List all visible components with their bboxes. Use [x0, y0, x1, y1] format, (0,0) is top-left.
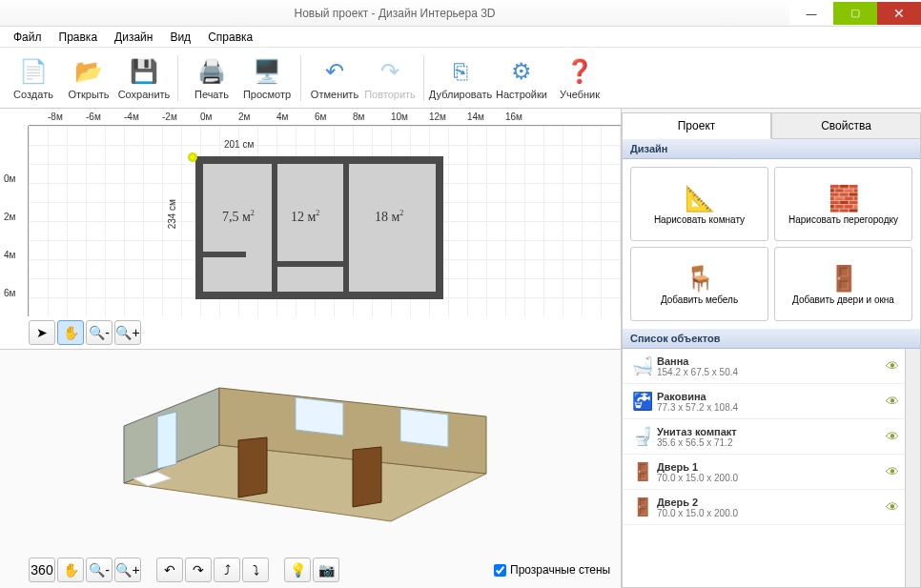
svg-marker-8	[400, 409, 448, 447]
window-title: Новый проект - Дизайн Интерьера 3D	[0, 7, 789, 20]
print-button[interactable]: 🖨️ Печать	[184, 50, 239, 107]
section-objects-header: Список объектов	[623, 329, 920, 349]
list-item[interactable]: 🚪 Дверь 2 70.0 x 15.0 x 200.0 👁	[623, 490, 905, 525]
redo-button[interactable]: ↷ Повторить	[362, 50, 418, 107]
dimension-height: 234 см	[167, 199, 177, 229]
plan3d-toolstrip: 360 ✋ 🔍- 🔍+ ↶ ↷ ⤴ ⤵ 💡 📷 Прозрачные стены	[29, 558, 610, 582]
window-controls: — ▢ ✕	[789, 2, 921, 25]
tilt-down[interactable]: ⤵	[242, 558, 269, 582]
menu-edit[interactable]: Правка	[51, 29, 106, 46]
objects-list[interactable]: 🛁 Ванна 154.2 x 67.5 x 50.4 👁 🚰 Раковина…	[623, 349, 905, 587]
list-item[interactable]: 🛁 Ванна 154.2 x 67.5 x 50.4 👁	[623, 349, 905, 384]
select-tool[interactable]: ➤	[29, 320, 55, 345]
visibility-toggle[interactable]: 👁	[886, 464, 899, 479]
redo-icon: ↷	[375, 56, 405, 87]
menu-help[interactable]: Справка	[200, 29, 260, 46]
maximize-button[interactable]: ▢	[833, 2, 877, 25]
armchair-icon: 🪑	[685, 262, 715, 294]
editor-area: -8м -6м -4м -2м 0м 2м 4м 6м 8м 10м 12м 1…	[0, 109, 622, 588]
toilet-icon: 🚽	[628, 423, 657, 450]
create-button[interactable]: 📄 Создать	[6, 50, 61, 107]
draw-partition-card[interactable]: 🧱 Нарисовать перегородку	[774, 167, 912, 241]
gear-icon: ⚙	[506, 56, 537, 87]
transparent-walls-input[interactable]	[494, 564, 506, 577]
rotate-right[interactable]: ↷	[185, 558, 212, 582]
toolbar-separator	[300, 55, 301, 101]
printer-icon: 🖨️	[196, 56, 227, 87]
tilt-up[interactable]: ⤴	[214, 558, 240, 582]
plan-2d-view[interactable]: -8м -6м -4м -2м 0м 2м 4м 6м 8м 10м 12м 1…	[0, 109, 621, 349]
visibility-toggle[interactable]: 👁	[886, 358, 899, 374]
menubar: Файл Правка Дизайн Вид Справка	[0, 27, 921, 48]
floorplan[interactable]: 7,5 м2 12 м2 18 м2 201 см 234 см	[195, 156, 443, 299]
draw-room-card[interactable]: 📐 Нарисовать комнату	[630, 167, 768, 241]
svg-marker-3	[238, 437, 267, 497]
add-furniture-card[interactable]: 🪑 Добавить мебель	[630, 247, 768, 321]
undo-icon: ↶	[319, 56, 350, 87]
undo-button[interactable]: ↶ Отменить	[307, 50, 362, 107]
add-doors-card[interactable]: 🚪 Добавить двери и окна	[774, 247, 912, 321]
main-area: -8м -6м -4м -2м 0м 2м 4м 6м 8м 10м 12м 1…	[0, 109, 921, 588]
duplicate-icon: ⎘	[445, 56, 476, 87]
settings-button[interactable]: ⚙ Настройки	[491, 50, 552, 107]
close-button[interactable]: ✕	[877, 2, 921, 25]
zoom-out-tool[interactable]: 🔍-	[86, 320, 113, 345]
isometric-render	[105, 369, 505, 540]
zoom-in-3d[interactable]: 🔍+	[114, 558, 141, 582]
camera-tool[interactable]: 📷	[313, 558, 339, 582]
folder-open-icon: 📂	[73, 56, 104, 87]
svg-marker-7	[296, 397, 343, 436]
zoom-in-tool[interactable]: 🔍+	[114, 320, 141, 345]
preview-button[interactable]: 🖥️ Просмотр	[239, 50, 295, 107]
list-item[interactable]: 🚽 Унитаз компакт 35.6 x 56.5 x 71.2 👁	[623, 419, 905, 455]
transparent-walls-checkbox[interactable]: Прозрачные стены	[494, 563, 610, 577]
visibility-toggle[interactable]: 👁	[886, 499, 899, 515]
ruler-vertical: 0м 2м 4м 6м	[0, 126, 29, 316]
open-button[interactable]: 📂 Открыть	[61, 50, 116, 107]
monitor-icon: 🖥️	[252, 56, 282, 87]
pencil-ruler-icon: 📐	[685, 182, 715, 214]
svg-marker-5	[157, 412, 176, 469]
tutorial-button[interactable]: ❓ Учебник	[552, 50, 607, 107]
visibility-toggle[interactable]: 👁	[886, 429, 899, 444]
zoom-in-icon: 🔍+	[115, 325, 139, 340]
orbit-tool[interactable]: 360	[29, 558, 55, 582]
minimize-button[interactable]: —	[789, 2, 833, 25]
toolbar-separator	[423, 55, 424, 101]
tab-properties[interactable]: Свойства	[771, 112, 921, 139]
tab-project[interactable]: Проект	[622, 112, 771, 139]
door-item-icon: 🚪	[628, 458, 657, 485]
zoom-out-3d[interactable]: 🔍-	[86, 558, 113, 582]
zoom-out-icon: 🔍-	[89, 325, 110, 340]
save-button[interactable]: 💾 Сохранить	[116, 50, 172, 107]
side-panel: Проект Свойства Дизайн 📐 Нарисовать комн…	[622, 109, 921, 588]
door-icon: 🚪	[829, 262, 859, 294]
menu-view[interactable]: Вид	[162, 29, 198, 46]
side-tabs: Проект Свойства	[622, 112, 921, 139]
menu-design[interactable]: Дизайн	[107, 29, 160, 46]
bathtub-icon: 🛁	[628, 353, 657, 379]
door-item-icon: 🚪	[628, 494, 657, 520]
brick-wall-icon: 🧱	[829, 182, 859, 214]
dimension-width: 201 см	[224, 139, 254, 150]
sink-icon: 🚰	[628, 388, 657, 415]
floppy-icon: 💾	[129, 56, 159, 87]
menu-file[interactable]: Файл	[6, 29, 50, 46]
objects-scrollbar[interactable]	[905, 349, 920, 587]
list-item[interactable]: 🚪 Дверь 1 70.0 x 15.0 x 200.0 👁	[623, 455, 905, 490]
design-tools-grid: 📐 Нарисовать комнату 🧱 Нарисовать перего…	[623, 159, 920, 329]
panel-content: Дизайн 📐 Нарисовать комнату 🧱 Нарисовать…	[622, 139, 921, 588]
svg-marker-4	[353, 447, 381, 507]
light-toggle[interactable]: 💡	[284, 558, 311, 582]
plan-3d-view[interactable]: 360 ✋ 🔍- 🔍+ ↶ ↷ ⤴ ⤵ 💡 📷 Прозрачные стены	[0, 349, 621, 588]
list-item[interactable]: 🚰 Раковина 77.3 x 57.2 x 108.4 👁	[623, 384, 905, 419]
rotate-left[interactable]: ↶	[156, 558, 183, 582]
pan-tool[interactable]: ✋	[57, 320, 84, 345]
selection-handle[interactable]	[188, 152, 197, 162]
duplicate-button[interactable]: ⎘ Дублировать	[430, 50, 491, 107]
ruler-horizontal: -8м -6м -4м -2м 0м 2м 4м 6м 8м 10м 12м 1…	[29, 109, 621, 126]
visibility-toggle[interactable]: 👁	[886, 394, 899, 409]
pan3d-tool[interactable]: ✋	[57, 558, 84, 582]
toolbar-separator	[177, 55, 178, 101]
titlebar: Новый проект - Дизайн Интерьера 3D — ▢ ✕	[0, 0, 921, 27]
